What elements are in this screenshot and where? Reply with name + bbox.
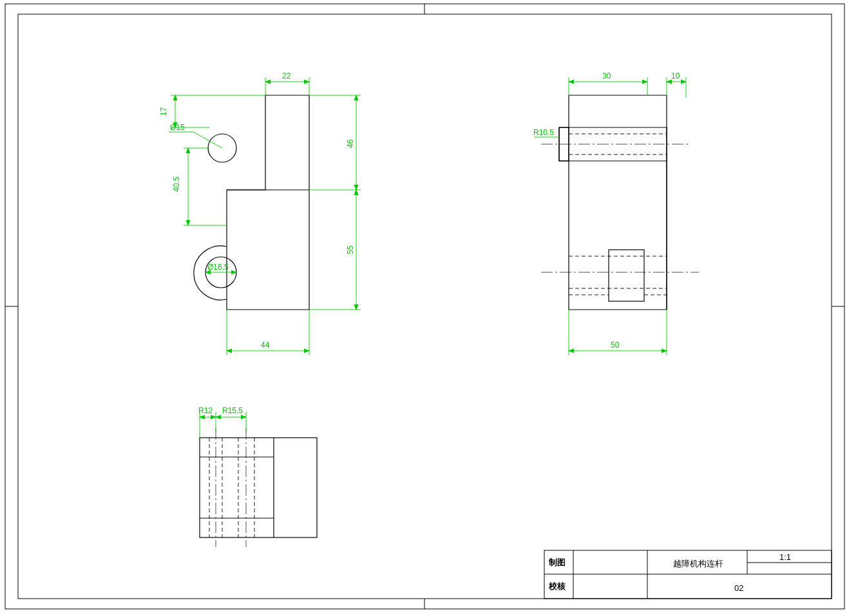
drawing-canvas: 22 17 Ø15 40.5 Ø16.5 46 55 44 30 10 R10.… [0,0,867,616]
centering-marks [5,4,844,609]
tb-row1-label: 制图 [548,557,566,567]
title-block: 制图 校核 越障机构连杆 1:1 02 [544,550,832,599]
dim-30: 30 [602,71,611,80]
outer-border [5,4,844,609]
dim-40-5: 40.5 [172,176,181,192]
tb-sheet: 02 [734,583,743,593]
dim-r10-5: R10.5 [533,128,554,137]
tb-title: 越障机构连杆 [673,559,723,568]
dim-22: 22 [282,71,291,80]
side-view: 30 10 R10.5 50 [533,71,699,355]
top-view: R12 R15.5 [198,406,317,547]
dim-55: 55 [346,245,355,254]
dim-17: 17 [159,107,168,116]
dim-10: 10 [671,71,680,80]
dim-46: 46 [346,139,355,148]
svg-rect-48 [200,438,317,537]
svg-rect-29 [609,250,644,301]
dim-phi15: Ø15 [170,123,185,132]
dim-r12: R12 [198,406,213,415]
inner-border [18,14,832,599]
tb-scale: 1:1 [779,552,791,562]
tb-row2-label: 校核 [548,581,566,591]
front-view: 22 17 Ø15 40.5 Ø16.5 46 55 44 [159,71,361,355]
dim-44: 44 [261,341,270,350]
dim-50: 50 [611,341,620,350]
dim-r15-5: R15.5 [222,406,243,415]
dim-phi16-5: Ø16.5 [207,263,229,272]
